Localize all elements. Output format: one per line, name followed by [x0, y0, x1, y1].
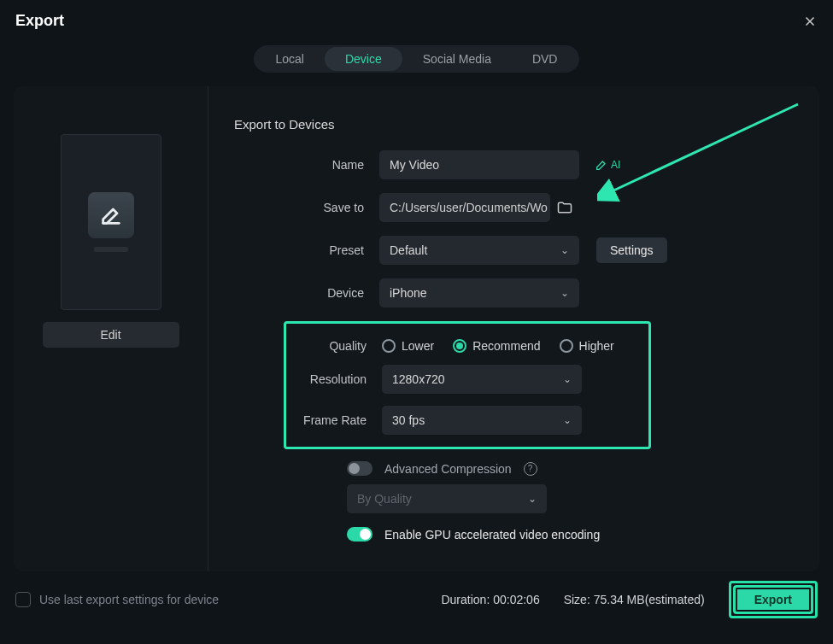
- quality-lower-radio[interactable]: Lower: [382, 339, 434, 353]
- quality-higher-radio[interactable]: Higher: [560, 339, 614, 353]
- gpu-accel-toggle[interactable]: [347, 527, 373, 542]
- browse-folder-button[interactable]: [550, 193, 579, 222]
- duration-readout: Duration: 00:02:06: [441, 593, 539, 606]
- quality-label: Quality: [286, 339, 382, 353]
- save-to-input[interactable]: C:/Users/user/Documents/Wo: [379, 193, 550, 222]
- close-icon[interactable]: [802, 14, 818, 29]
- settings-button[interactable]: Settings: [596, 237, 667, 263]
- video-thumbnail: [61, 134, 161, 310]
- tab-social-media[interactable]: Social Media: [402, 47, 512, 71]
- folder-icon: [556, 199, 573, 216]
- compression-mode-select: By Quality⌄: [347, 484, 547, 513]
- tab-local[interactable]: Local: [255, 47, 325, 71]
- device-select[interactable]: iPhone⌄: [379, 278, 579, 307]
- advanced-compression-toggle[interactable]: [347, 461, 373, 476]
- use-last-settings-label: Use last export settings for device: [39, 593, 219, 606]
- tab-device[interactable]: Device: [325, 47, 402, 71]
- tab-dvd[interactable]: DVD: [512, 47, 578, 71]
- chevron-down-icon: ⌄: [563, 373, 572, 385]
- resolution-select[interactable]: 1280x720⌄: [382, 365, 582, 394]
- name-label: Name: [234, 158, 379, 172]
- frame-rate-select[interactable]: 30 fps⌄: [382, 406, 582, 435]
- gpu-accel-label: Enable GPU accelerated video encoding: [384, 528, 600, 542]
- save-to-label: Save to: [234, 201, 379, 214]
- dialog-title: Export: [15, 12, 64, 30]
- chevron-down-icon: ⌄: [563, 414, 572, 426]
- pencil-ai-icon: [595, 158, 608, 172]
- help-icon[interactable]: ?: [524, 462, 537, 476]
- highlighted-settings: Quality Lower Recommend Higher Resolutio…: [284, 321, 651, 449]
- frame-rate-label: Frame Rate: [286, 413, 382, 427]
- resolution-label: Resolution: [286, 372, 382, 386]
- export-tabs: Local Device Social Media DVD: [0, 37, 833, 86]
- chevron-down-icon: ⌄: [560, 244, 569, 256]
- chevron-down-icon: ⌄: [560, 287, 569, 299]
- ai-rename-button[interactable]: AI: [595, 158, 620, 172]
- advanced-compression-label: Advanced Compression: [384, 462, 512, 476]
- use-last-settings-checkbox[interactable]: [15, 592, 31, 607]
- device-label: Device: [234, 286, 379, 300]
- chevron-down-icon: ⌄: [528, 493, 537, 505]
- preset-label: Preset: [234, 243, 379, 257]
- quality-recommend-radio[interactable]: Recommend: [453, 339, 540, 353]
- section-title: Export to Devices: [234, 117, 794, 132]
- name-input[interactable]: My Video: [379, 150, 579, 179]
- pencil-icon: [99, 203, 123, 227]
- edit-button[interactable]: Edit: [43, 322, 179, 348]
- size-readout: Size: 75.34 MB(estimated): [564, 593, 705, 606]
- export-button[interactable]: Export: [733, 585, 813, 614]
- preset-select[interactable]: Default⌄: [379, 236, 579, 265]
